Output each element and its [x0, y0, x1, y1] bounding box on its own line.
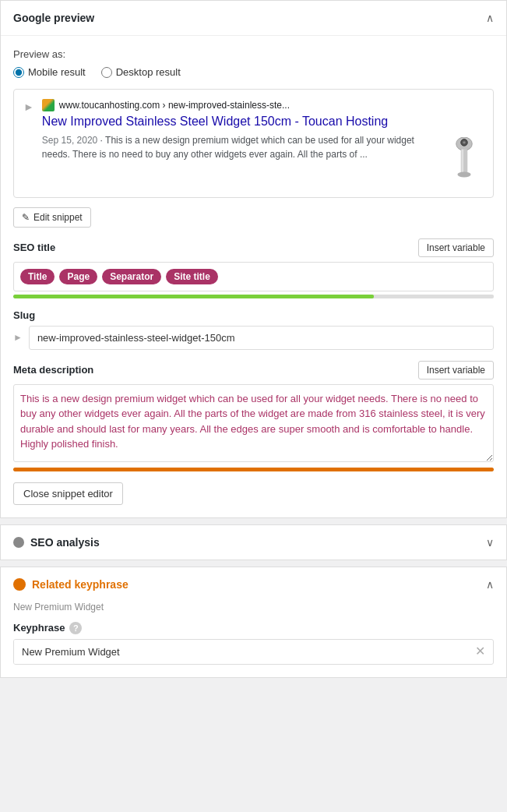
mobile-radio-input[interactable]	[13, 67, 24, 78]
preview-expand-arrow[interactable]: ►	[23, 101, 34, 113]
keyphrase-label: Keyphrase	[13, 622, 65, 634]
keyphrase-section: Keyphrase ? ✕	[1, 622, 506, 677]
desktop-radio-label: Desktop result	[116, 66, 181, 78]
close-snippet-button[interactable]: Close snippet editor	[13, 482, 123, 505]
seo-title-section: SEO title Insert variable Title Page Sep…	[13, 238, 494, 298]
slug-input[interactable]	[29, 326, 494, 350]
google-preview-panel: Google preview Preview as: Mobile result…	[0, 0, 507, 518]
preview-content: www.toucanhosting.com › new-improved-sta…	[42, 99, 484, 188]
keyphrase-help-icon[interactable]: ?	[69, 622, 82, 634]
slug-label: Slug	[13, 309, 494, 321]
meta-description-progress-fill	[13, 468, 494, 471]
seo-title-label: SEO title	[13, 242, 55, 253]
preview-as-label: Preview as:	[13, 48, 494, 60]
slug-arrow-icon: ►	[13, 332, 23, 343]
tag-separator[interactable]: Separator	[102, 269, 161, 284]
preview-date: Sep 15, 2020	[42, 135, 97, 146]
related-keyphrase-left: Related keyphrase	[13, 578, 129, 591]
seo-title-tags: Title Page Separator Site title	[13, 262, 494, 291]
keyphrase-clear-button[interactable]: ✕	[467, 645, 493, 658]
widget-svg	[450, 137, 478, 184]
tag-title[interactable]: Title	[20, 269, 55, 284]
meta-description-label: Meta description	[13, 364, 93, 376]
tag-site-title[interactable]: Site title	[166, 269, 218, 284]
slug-row: ►	[13, 326, 494, 350]
keyphrase-input-row: ✕	[13, 639, 494, 665]
desktop-radio-input[interactable]	[101, 67, 112, 78]
pencil-icon	[22, 212, 30, 223]
preview-desc-text: This is a new design premium widget whic…	[42, 135, 414, 160]
related-keyphrase-panel: Related keyphrase New Premium Widget Key…	[0, 567, 507, 678]
seo-analysis-panel: SEO analysis	[0, 524, 507, 560]
preview-title: New Improved Stainless Steel Widget 150c…	[42, 114, 484, 130]
seo-analysis-title: SEO analysis	[30, 536, 100, 549]
seo-title-progress-bar	[13, 295, 494, 298]
chevron-down-icon	[486, 536, 494, 549]
seo-analysis-header[interactable]: SEO analysis	[1, 525, 506, 560]
seo-analysis-left: SEO analysis	[13, 536, 100, 549]
preview-url: www.toucanhosting.com › new-improved-sta…	[59, 100, 290, 111]
slug-section: Slug ►	[13, 309, 494, 350]
google-preview-header[interactable]: Google preview	[1, 1, 506, 36]
preview-radio-group: Mobile result Desktop result	[13, 66, 494, 78]
keyphrase-label-row: Keyphrase ?	[13, 622, 494, 634]
svg-point-2	[463, 141, 465, 143]
svg-rect-4	[462, 149, 464, 175]
meta-description-textarea[interactable]: This is a new design premium widget whic…	[13, 384, 494, 462]
chevron-up-icon	[486, 12, 494, 24]
keyphrase-input[interactable]	[14, 640, 467, 664]
preview-description: Sep 15, 2020 · This is a new design prem…	[42, 133, 437, 161]
related-keyphrase-subtitle: New Premium Widget	[1, 602, 506, 622]
related-keyphrase-header[interactable]: Related keyphrase	[1, 567, 506, 602]
preview-url-row: www.toucanhosting.com › new-improved-sta…	[42, 99, 484, 111]
edit-snippet-button[interactable]: Edit snippet	[13, 207, 91, 228]
preview-favicon	[42, 99, 55, 111]
seo-title-insert-variable-button[interactable]: Insert variable	[418, 238, 494, 257]
desktop-radio-option[interactable]: Desktop result	[101, 66, 181, 78]
seo-title-label-row: SEO title Insert variable	[13, 238, 494, 257]
meta-description-label-row: Meta description Insert variable	[13, 361, 494, 380]
seo-dot-icon	[13, 537, 24, 548]
svg-point-5	[457, 171, 470, 177]
google-preview-title: Google preview	[13, 12, 94, 24]
preview-body: Sep 15, 2020 · This is a new design prem…	[42, 133, 484, 188]
mobile-radio-option[interactable]: Mobile result	[13, 66, 86, 78]
tag-page[interactable]: Page	[59, 269, 97, 284]
related-keyphrase-title: Related keyphrase	[32, 578, 129, 591]
related-chevron-up-icon	[486, 578, 494, 591]
preview-thumbnail	[445, 133, 484, 188]
meta-description-progress-bar	[13, 468, 494, 471]
google-preview-body: Preview as: Mobile result Desktop result…	[1, 36, 506, 517]
seo-title-progress-fill	[13, 295, 374, 298]
meta-description-insert-variable-button[interactable]: Insert variable	[418, 361, 494, 380]
edit-snippet-label: Edit snippet	[33, 212, 83, 223]
mobile-radio-label: Mobile result	[28, 66, 86, 78]
related-dot-icon	[13, 578, 26, 591]
google-preview-box: ► www.toucanhosting.com › new-improved-s…	[13, 89, 494, 198]
meta-description-section: Meta description Insert variable This is…	[13, 361, 494, 471]
